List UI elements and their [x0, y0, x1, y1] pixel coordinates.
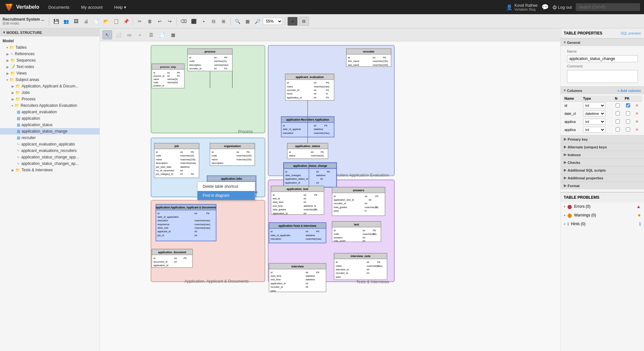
- sidebar-item-application-status-changes-ap[interactable]: ⤷ application_status_changes_ap...: [0, 160, 100, 167]
- col-name-applica-1[interactable]: applica: [562, 118, 581, 126]
- zoom-out-button[interactable]: 🔍: [233, 17, 242, 26]
- sidebar-item-process[interactable]: ▶ 📁 Process: [0, 96, 100, 102]
- sidebar-item-app-applicant-doc[interactable]: ▶ 📁 Application, Applicant & Docum...: [0, 83, 100, 89]
- columns-section-header[interactable]: ▾ Columns + Add column: [561, 86, 644, 94]
- col-type-applica-1[interactable]: intdatetime: [583, 119, 605, 125]
- col-n-id[interactable]: [616, 103, 620, 107]
- eraser-button[interactable]: ⌫: [179, 17, 188, 26]
- alternate-keys-section-header[interactable]: ▶ Alternate (unique) keys: [561, 143, 644, 151]
- sidebar-item-references[interactable]: ▶ ⤷ References: [0, 51, 100, 57]
- sidebar-item-views[interactable]: ▶ 📁 Views: [0, 70, 100, 76]
- svg-text:int: int: [373, 56, 376, 59]
- col-pk-applica-1[interactable]: [626, 119, 630, 124]
- sidebar-item-text-notes[interactable]: ▶ 📝 Text notes: [0, 64, 100, 70]
- text-tool-button[interactable]: 📄: [157, 30, 167, 39]
- align-left-button[interactable]: ⬛: [189, 17, 198, 26]
- zoom-in-button[interactable]: 🔎: [253, 17, 262, 26]
- collapse-arrow-icon[interactable]: ▾: [3, 30, 5, 35]
- nav-help[interactable]: Help ▾: [111, 4, 129, 11]
- sidebar-item-applicant-evaluation[interactable]: ▦ applicant_evaluation: [0, 109, 100, 115]
- sidebar-item-applicant-evals-recruiters[interactable]: ⤷ applicant_evaluations_recruiters: [0, 147, 100, 154]
- sidebar-item-application-status-change-app[interactable]: ⤷ application_status_change_app...: [0, 154, 100, 160]
- col-pk-applica-2[interactable]: [626, 127, 630, 132]
- minimap-button[interactable]: ▦: [243, 17, 252, 26]
- save-button[interactable]: 💾: [52, 17, 61, 26]
- hints-item[interactable]: ▾ ℹ Hints (0) ℹ: [561, 220, 644, 228]
- primary-key-section-header[interactable]: ▶ Primary key: [561, 135, 644, 143]
- svg-text:job_id: job_id: [157, 234, 164, 237]
- sidebar-item-sequences[interactable]: ▶ 📁 Sequences: [0, 57, 100, 64]
- col-n-applica-1[interactable]: [616, 119, 620, 124]
- fk-tool-button[interactable]: ⌐: [135, 30, 145, 39]
- sidebar-item-tables[interactable]: ▾ 📁 Tables: [0, 44, 100, 51]
- col-delete-applica-2[interactable]: ✕: [635, 127, 639, 132]
- paste-button[interactable]: 📌: [121, 17, 130, 26]
- errors-item[interactable]: ▾ ⬤ Errors (0) ▲: [561, 202, 644, 211]
- chat-icon[interactable]: 💬: [542, 4, 549, 11]
- sidebar-item-recruiters-app-eval[interactable]: ▾ 📁 Recruiters Application Evaluation: [0, 102, 100, 109]
- col-type-applica-2[interactable]: intdatetime: [583, 127, 605, 133]
- col-pk-date-cl[interactable]: [626, 111, 630, 115]
- import-button[interactable]: 📂: [101, 17, 111, 26]
- note-tool-button[interactable]: ☰: [146, 30, 156, 39]
- redo-button[interactable]: ↪: [165, 17, 174, 26]
- area-tool-button[interactable]: ▦: [168, 30, 178, 39]
- image-button[interactable]: 🖼: [72, 17, 81, 26]
- format-section-header[interactable]: ▶ Format: [561, 182, 644, 189]
- col-pk-id[interactable]: [626, 103, 630, 107]
- col-name-id[interactable]: id: [562, 102, 581, 110]
- sidebar-item-jobs[interactable]: ▶ 📁 Jobs: [0, 89, 100, 96]
- nav-my-account[interactable]: My account: [79, 4, 105, 11]
- col-n-date-cl[interactable]: [616, 111, 620, 115]
- diagram-svg[interactable]: Process Jobs Application, Applicant & Do…: [100, 41, 560, 351]
- checks-section-header[interactable]: ▶ Checks: [561, 158, 644, 166]
- undo-button[interactable]: ↩: [155, 17, 164, 26]
- cut-button[interactable]: ✂: [135, 17, 144, 26]
- logout-button[interactable]: ⏻ Log out: [553, 5, 572, 10]
- print-button[interactable]: 🖨: [82, 17, 91, 26]
- warnings-item[interactable]: ▾ ⬤ Warnings (0) ●: [561, 211, 644, 220]
- zoom-select[interactable]: 55% 25% 50% 75% 100%: [263, 18, 283, 25]
- table-name-input[interactable]: [567, 55, 638, 62]
- distribute-v-button[interactable]: ⊞: [219, 17, 228, 26]
- doc-title[interactable]: Recruitment System ...: [3, 17, 44, 22]
- delete-button[interactable]: 🗑: [145, 17, 154, 26]
- nav-documents[interactable]: Documents: [46, 4, 72, 11]
- search-input[interactable]: [576, 3, 640, 11]
- col-n-applica-2[interactable]: [616, 127, 620, 132]
- marquee-tool-button[interactable]: ⬜: [113, 30, 123, 39]
- sidebar-item-tests-interviews[interactable]: ▶ 📁 Tests & Interviews: [0, 167, 100, 173]
- col-delete-id[interactable]: ✕: [635, 103, 639, 108]
- ctx-find-in-diagram[interactable]: Find in diagram: [197, 191, 255, 200]
- col-delete-applica-1[interactable]: ✕: [635, 119, 639, 124]
- sidebar-item-subject-areas[interactable]: ▾ 📁 Subject areas: [0, 76, 100, 83]
- copy-button[interactable]: 📋: [111, 17, 120, 26]
- col-delete-date-cl[interactable]: ✕: [635, 111, 639, 116]
- sidebar-item-application-status-change[interactable]: ▦ application_status_change: [0, 128, 100, 135]
- table-comment-input[interactable]: [567, 70, 638, 83]
- canvas-area[interactable]: ↖ ⬜ ▭ ⌐ ☰ 📄 ▦ Process Jobs Application, …: [100, 28, 560, 351]
- col-name-applica-2[interactable]: applica: [562, 126, 581, 134]
- col-type-id[interactable]: intdatetime: [583, 103, 605, 108]
- col-name-date-cl[interactable]: date_cl: [562, 110, 581, 118]
- distribute-h-button[interactable]: ⊟: [209, 17, 218, 26]
- select-tool-button[interactable]: ↖: [102, 30, 112, 39]
- view-split-button[interactable]: ⊟: [299, 17, 309, 26]
- sidebar-item-applicant-eval-app[interactable]: ⤷ applicant_evaluation_applicatio: [0, 141, 100, 147]
- col-type-date-cl[interactable]: datetimeint: [583, 111, 605, 116]
- indexes-section-header[interactable]: ▶ Indexes: [561, 151, 644, 158]
- align-right-button[interactable]: ▪: [199, 17, 208, 26]
- table-tool-button[interactable]: ▭: [124, 30, 134, 39]
- sidebar-item-application-status[interactable]: ▦ application_status: [0, 122, 100, 128]
- sidebar-item-recruiter[interactable]: ▦ recruiter: [0, 135, 100, 141]
- export-button[interactable]: 📄: [91, 17, 101, 26]
- sidebar-item-application[interactable]: ▦ application: [0, 115, 100, 122]
- add-column-button[interactable]: + Add column: [617, 89, 641, 93]
- manage-users-button[interactable]: 👥: [62, 17, 71, 26]
- additional-props-section-header[interactable]: ▶ Additional properties: [561, 174, 644, 182]
- general-section-header[interactable]: ▾ General: [561, 38, 644, 46]
- additional-sql-section-header[interactable]: ▶ Additional SQL scripts: [561, 166, 644, 174]
- view-single-button[interactable]: ▪: [287, 17, 298, 26]
- sql-preview-button[interactable]: SQL preview: [620, 31, 641, 35]
- ctx-delete-shortcut[interactable]: Delete table shortcut: [197, 182, 255, 191]
